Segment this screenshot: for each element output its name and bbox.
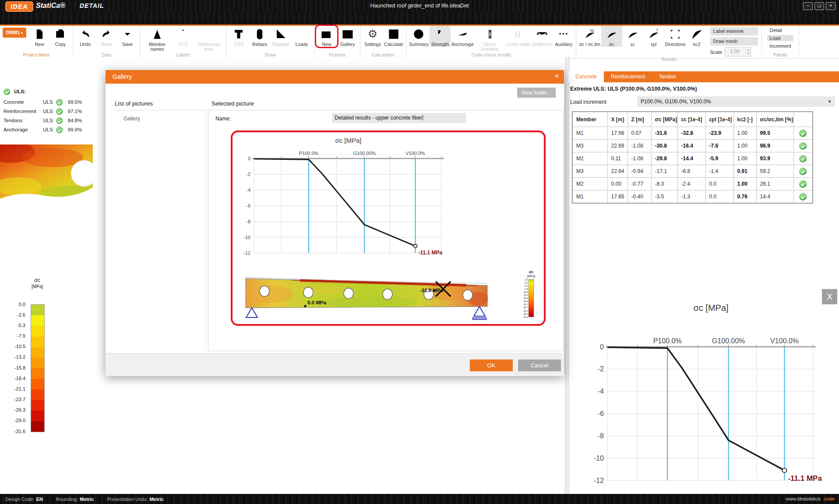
anchorage-button[interactable]: Anchorage bbox=[451, 26, 475, 47]
redo-button[interactable]: Redo bbox=[96, 26, 117, 47]
table-header-cell: kc2 [-] bbox=[733, 112, 756, 127]
sigma-ratio-button[interactable]: σc / σc,lim bbox=[578, 26, 601, 47]
check-ok-icon bbox=[56, 127, 63, 133]
load-increment-dropdown[interactable]: P100.0%, G100.0%, V100.0% ▼ bbox=[637, 96, 835, 107]
color-scale-band bbox=[31, 368, 44, 379]
y-tick-label: -4 bbox=[246, 187, 250, 193]
table-cell: 1.00 bbox=[733, 140, 756, 152]
extreme-value-label: -11.1 MPa bbox=[788, 474, 822, 483]
dialog-titlebar[interactable]: Gallery × bbox=[106, 70, 564, 84]
letter-a-icon bbox=[150, 27, 164, 41]
ok-button[interactable]: OK bbox=[470, 359, 513, 371]
table-row[interactable]: M117.560.07-31.6-32.8-23.91.0099.5 bbox=[572, 127, 813, 140]
undo-button[interactable]: Undo bbox=[75, 26, 96, 47]
epsilon-pl-button[interactable]: εpl bbox=[643, 26, 664, 47]
table-row[interactable]: M20.00-0.77-8.3-2.40.01.0026.1 bbox=[572, 178, 813, 190]
save-button[interactable]: Save bbox=[117, 26, 138, 47]
table-row[interactable]: M20.11-1.08-29.8-14.4-5.91.0093.9 bbox=[572, 152, 813, 165]
table-cell: M1 bbox=[572, 190, 607, 204]
table-cell: 0.91 bbox=[733, 165, 756, 178]
palette-increment-option[interactable]: Increment bbox=[767, 43, 794, 49]
color-scale-value: -10.5 bbox=[14, 344, 25, 349]
diagram-button[interactable]: Diagram bbox=[270, 26, 291, 47]
table-row[interactable]: M322.69-1.08-30.8-16.4-7.61.0096.9 bbox=[572, 140, 813, 152]
table-cell: 0.0 bbox=[705, 190, 733, 204]
palette-load-option[interactable]: Load bbox=[767, 35, 794, 41]
new-folder-button[interactable]: New folder... bbox=[517, 88, 556, 98]
maximize-button[interactable]: ❏ bbox=[814, 2, 824, 10]
plastic-strain-icon bbox=[647, 27, 661, 41]
loads-button[interactable]: Loads bbox=[291, 26, 312, 47]
check-ok-icon bbox=[56, 108, 63, 115]
strength-button[interactable]: Strength bbox=[430, 26, 451, 47]
table-cell: -30.8 bbox=[651, 140, 677, 152]
ribbon-group-code-check: Summary Strength Anchorage Stress limita… bbox=[406, 26, 576, 58]
close-button[interactable]: ✕ bbox=[826, 2, 835, 10]
deflection-button[interactable]: Deflection bbox=[531, 26, 553, 47]
tab-tendon[interactable]: Tendon bbox=[652, 71, 683, 82]
stress-limitation-button[interactable]: Stress limitation bbox=[475, 26, 505, 52]
crack-width-button[interactable]: Crack width bbox=[505, 26, 531, 47]
tab-concrete[interactable]: Concrete bbox=[568, 71, 604, 82]
y-tick-label: -10 bbox=[594, 455, 604, 462]
group-label: Palette bbox=[764, 52, 797, 58]
table-row[interactable]: M117.65-0.40-3.5-1.30.00.7614.4 bbox=[572, 190, 813, 204]
copy-button[interactable]: Copy bbox=[50, 26, 71, 47]
panel-splitter[interactable] bbox=[565, 57, 569, 494]
table-cell: -14.4 bbox=[677, 152, 705, 165]
spinner-up-icon[interactable]: ▲ bbox=[747, 49, 750, 52]
cancel-button[interactable]: Cancel bbox=[518, 359, 561, 371]
member-names-button[interactable]: Member names bbox=[142, 26, 173, 52]
label-extreme-toggle[interactable]: Label extreme bbox=[710, 27, 758, 35]
table-cell: -6.8 bbox=[677, 165, 705, 178]
minimize-button[interactable]: ─ bbox=[803, 2, 813, 10]
uls-summary-header: ULS: bbox=[4, 88, 26, 95]
lcs-button[interactable]: LCS bbox=[173, 26, 194, 47]
rebars-button[interactable]: Rebars bbox=[249, 26, 270, 47]
table-row[interactable]: M322.64-0.94-17.1-6.8-1.40.9159.2 bbox=[572, 165, 813, 178]
table-cell: 99.5 bbox=[756, 127, 793, 140]
table-cell: 59.2 bbox=[756, 165, 793, 178]
palette-detail-option[interactable]: Detail bbox=[767, 27, 794, 33]
table-cell: -1.08 bbox=[627, 152, 651, 165]
drm-selector[interactable]: DRM1▾ bbox=[3, 28, 26, 38]
website-link[interactable]: www.ideastatica .com bbox=[786, 496, 835, 501]
css-button[interactable]: CSS bbox=[228, 26, 249, 47]
spinner-down-icon[interactable]: ▼ bbox=[747, 52, 750, 55]
sigma-c-button[interactable]: σc bbox=[601, 26, 622, 47]
summary-button[interactable]: Summary bbox=[408, 26, 430, 47]
table-cell: 0.11 bbox=[607, 152, 627, 165]
table-header-cell: Member bbox=[572, 112, 607, 127]
gallery-button[interactable]: Gallery bbox=[337, 26, 358, 47]
stress-ratio-icon bbox=[583, 27, 597, 41]
table-cell: M1 bbox=[572, 127, 607, 140]
y-tick-label: 0 bbox=[248, 156, 250, 161]
new-project-item-button[interactable]: New bbox=[29, 26, 50, 47]
auxiliary-button[interactable]: •••Auxiliary bbox=[553, 26, 574, 47]
color-scale-band bbox=[31, 400, 44, 411]
summary-row-anchorage: Anchorage ULS 99.9% bbox=[4, 127, 82, 133]
color-scale-labels: 0.0-2.6-5.3-7.9-10.5-13.2-15.8-18.4-21.1… bbox=[0, 304, 27, 432]
dimension-lines-button[interactable]: Dimension lines bbox=[194, 26, 224, 52]
directions-button[interactable]: Directions bbox=[664, 26, 687, 47]
load-arrows-icon bbox=[295, 27, 309, 41]
color-scale-band bbox=[31, 305, 44, 315]
draw-mesh-toggle[interactable]: Draw mesh bbox=[710, 37, 758, 46]
table-cell: -1.08 bbox=[627, 140, 651, 152]
table-cell: -32.8 bbox=[677, 127, 705, 140]
table-cell-status bbox=[793, 152, 813, 165]
kc2-button[interactable]: kc2 bbox=[687, 26, 708, 47]
picture-list-item[interactable]: Gallery bbox=[123, 116, 140, 122]
epsilon-c-button[interactable]: εc bbox=[622, 26, 643, 47]
settings-button[interactable]: ⚙Settings bbox=[362, 26, 383, 47]
calculate-button[interactable]: Calculate bbox=[383, 26, 404, 47]
new-picture-button[interactable]: New bbox=[316, 26, 337, 47]
deflection-icon bbox=[535, 27, 549, 41]
table-cell: M2 bbox=[572, 152, 607, 165]
y-tick-label: -8 bbox=[246, 219, 250, 224]
scale-spinner[interactable]: 1.00 ▲ ▼ bbox=[725, 47, 751, 56]
dialog-close-icon[interactable]: × bbox=[555, 72, 559, 80]
tab-reinforcement[interactable]: Reinforcement bbox=[604, 71, 652, 82]
panel-stress-chart: 0-2-4-6-8-10-12P100.0%G100.00%V100.0%-11… bbox=[578, 294, 839, 491]
load-increment-event-label: G100.00% bbox=[353, 151, 376, 156]
